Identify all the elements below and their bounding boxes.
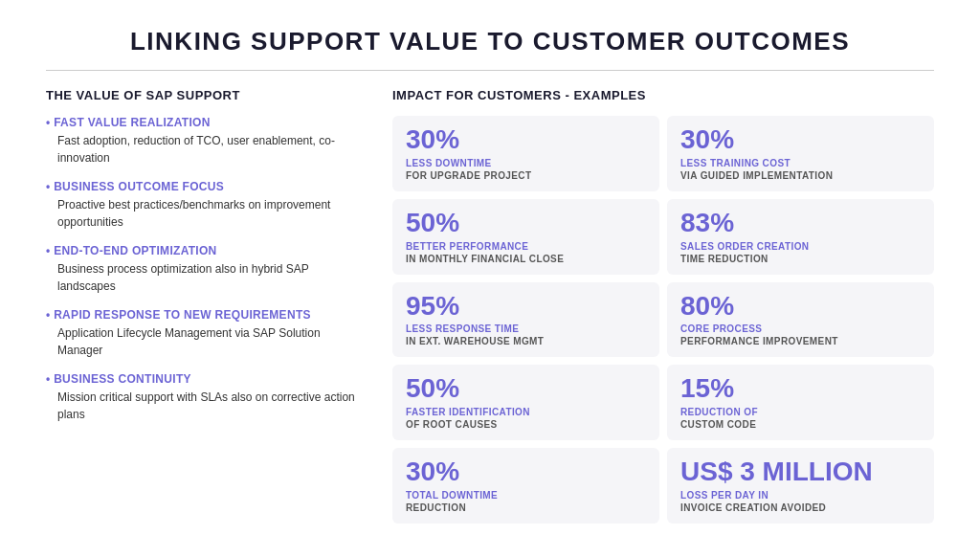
stat-label-sub: PERFORMANCE IMPROVEMENT: [680, 335, 921, 347]
stat-card: 30% LESS TRAINING COST VIA GUIDED IMPLEM…: [667, 116, 934, 191]
stat-label-sub: TIME REDUCTION: [680, 253, 921, 265]
left-header: THE VALUE OF SAP SUPPORT: [46, 88, 362, 102]
divider: [46, 70, 934, 71]
stat-number: 50%: [406, 374, 646, 404]
stat-label-main: REDUCTION OF: [680, 406, 921, 418]
stat-card: 80% CORE PROCESS PERFORMANCE IMPROVEMENT: [667, 282, 934, 358]
stats-grid: 30% LESS DOWNTIME FOR UPGRADE PROJECT 30…: [392, 116, 934, 524]
stat-label-main: CORE PROCESS: [680, 323, 921, 335]
value-item-title: BUSINESS OUTCOME FOCUS: [46, 180, 362, 193]
stat-label-sub: OF ROOT CAUSES: [406, 418, 646, 431]
stat-number: 50%: [406, 209, 646, 238]
right-header: IMPACT FOR CUSTOMERS - EXAMPLES: [392, 88, 934, 102]
value-item-desc: Fast adoption, reduction of TCO, user en…: [46, 132, 362, 167]
stat-number: 15%: [680, 374, 921, 404]
left-column: THE VALUE OF SAP SUPPORT FAST VALUE REAL…: [46, 88, 362, 524]
stat-card: US$ 3 MILLION LOSS PER DAY IN INVOICE CR…: [667, 448, 934, 524]
stat-label-main: LESS TRAINING COST: [680, 157, 921, 169]
value-item: BUSINESS CONTINUITY Mission critical sup…: [46, 372, 362, 423]
stat-number: 80%: [680, 292, 921, 322]
stat-card: 83% SALES ORDER CREATION TIME REDUCTION: [667, 199, 934, 275]
value-items-list: FAST VALUE REALIZATION Fast adoption, re…: [46, 116, 362, 436]
stat-label-sub: IN EXT. WAREHOUSE MGMT: [406, 335, 646, 347]
value-item-desc: Business process optimization also in hy…: [46, 260, 362, 295]
stat-label-main: SALES ORDER CREATION: [680, 240, 921, 253]
value-item-desc: Proactive best practices/benchmarks on i…: [46, 196, 362, 231]
stat-number: US$ 3 MILLION: [680, 457, 921, 487]
stat-label-main: FASTER IDENTIFICATION: [406, 406, 646, 418]
stat-label-sub: INVOICE CREATION AVOIDED: [680, 502, 921, 514]
value-item: BUSINESS OUTCOME FOCUS Proactive best pr…: [46, 180, 362, 231]
value-item-title: FAST VALUE REALIZATION: [46, 116, 362, 129]
page-container: LINKING SUPPORT VALUE TO CUSTOMER OUTCOM…: [0, 0, 980, 535]
stat-number: 83%: [680, 209, 921, 238]
value-item: END-TO-END OPTIMIZATION Business process…: [46, 244, 362, 295]
value-item-title: RAPID RESPONSE TO NEW REQUIREMENTS: [46, 308, 362, 322]
stat-number: 30%: [406, 457, 646, 487]
stat-card: 50% FASTER IDENTIFICATION OF ROOT CAUSES: [392, 365, 659, 440]
stat-label-main: LOSS PER DAY IN: [680, 489, 921, 502]
stat-label-sub: REDUCTION: [406, 502, 646, 514]
stat-card: 30% TOTAL DOWNTIME REDUCTION: [392, 448, 659, 524]
stat-card: 15% REDUCTION OF CUSTOM CODE: [667, 365, 934, 440]
value-item-desc: Application Lifecycle Management via SAP…: [46, 324, 362, 359]
stat-label-main: BETTER PERFORMANCE: [406, 240, 646, 253]
stat-label-sub: IN MONTHLY FINANCIAL CLOSE: [406, 253, 646, 265]
page-title: LINKING SUPPORT VALUE TO CUSTOMER OUTCOM…: [46, 27, 934, 56]
content-area: THE VALUE OF SAP SUPPORT FAST VALUE REAL…: [46, 88, 934, 524]
stat-number: 95%: [406, 292, 646, 322]
stat-card: 30% LESS DOWNTIME FOR UPGRADE PROJECT: [392, 116, 659, 191]
stat-label-sub: FOR UPGRADE PROJECT: [406, 169, 646, 182]
stat-number: 30%: [680, 125, 921, 155]
value-item-title: END-TO-END OPTIMIZATION: [46, 244, 362, 257]
stat-card: 50% BETTER PERFORMANCE IN MONTHLY FINANC…: [392, 199, 659, 275]
value-item-title: BUSINESS CONTINUITY: [46, 372, 362, 386]
value-item: RAPID RESPONSE TO NEW REQUIREMENTS Appli…: [46, 308, 362, 359]
stat-label-main: LESS DOWNTIME: [406, 157, 646, 169]
value-item: FAST VALUE REALIZATION Fast adoption, re…: [46, 116, 362, 167]
stat-label-main: TOTAL DOWNTIME: [406, 489, 646, 502]
stat-label-sub: CUSTOM CODE: [680, 418, 921, 431]
stat-label-sub: VIA GUIDED IMPLEMENTATION: [680, 169, 921, 182]
stat-number: 30%: [406, 125, 646, 155]
value-item-desc: Mission critical support with SLAs also …: [46, 389, 362, 423]
stat-card: 95% LESS RESPONSE TIME IN EXT. WAREHOUSE…: [392, 282, 659, 358]
stat-label-main: LESS RESPONSE TIME: [406, 323, 646, 335]
right-column: IMPACT FOR CUSTOMERS - EXAMPLES 30% LESS…: [392, 88, 934, 524]
